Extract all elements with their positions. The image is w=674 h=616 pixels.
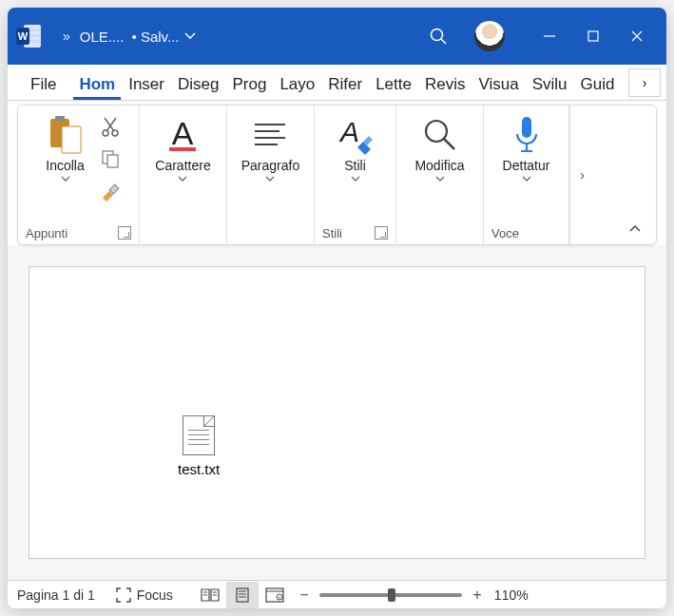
minimize-button[interactable] <box>528 14 571 58</box>
cut-button[interactable] <box>99 115 122 138</box>
embedded-file-name: test.txt <box>178 461 220 477</box>
svg-rect-23 <box>169 147 196 151</box>
titlebar-overflow-icon[interactable]: » <box>63 29 70 44</box>
tab-hom[interactable]: Hom <box>73 69 121 100</box>
titlebar: W » OLE.... • Salv... <box>8 8 666 65</box>
group-stili: A Stili Stili <box>315 106 396 244</box>
tab-layo[interactable]: Layo <box>274 69 320 100</box>
dictate-dropdown-icon <box>522 176 531 182</box>
svg-point-17 <box>103 130 108 136</box>
tab-rifer[interactable]: Rifer <box>322 69 368 100</box>
statusbar: Pagina 1 di 1 Focus + − + 110% <box>8 580 666 608</box>
copy-button[interactable] <box>99 147 122 170</box>
paste-button[interactable]: Incolla <box>34 111 97 183</box>
ribbon-more-button[interactable]: › <box>569 106 594 244</box>
ribbon-area: Incolla <box>8 101 666 245</box>
find-dropdown-icon <box>435 176 445 182</box>
tab-guid[interactable]: Guid <box>575 69 621 100</box>
tab-svilu[interactable]: Svilu <box>527 69 573 100</box>
text-file-icon <box>183 415 215 455</box>
group-appunti-label: Appunti <box>26 226 67 241</box>
document-area: test.txt <box>8 245 666 580</box>
svg-line-15 <box>105 118 114 131</box>
read-mode-button[interactable] <box>194 582 226 608</box>
app-window: W » OLE.... • Salv... File HomInserDiseg… <box>8 8 666 608</box>
document-name[interactable]: OLE.... <box>80 29 125 45</box>
find-icon <box>422 113 458 157</box>
tab-prog[interactable]: Prog <box>226 69 272 100</box>
tab-inser[interactable]: Inser <box>123 69 170 100</box>
focus-icon <box>116 587 131 603</box>
focus-label: Focus <box>137 587 173 603</box>
svg-line-7 <box>441 39 446 44</box>
save-state-dropdown-icon[interactable] <box>184 32 196 40</box>
group-appunti: Incolla <box>18 106 140 244</box>
paragraph-label: Paragrafo <box>241 159 299 173</box>
svg-rect-14 <box>62 126 81 153</box>
svg-rect-13 <box>55 116 65 122</box>
paste-icon <box>47 113 85 157</box>
save-state[interactable]: • Salv... <box>131 29 179 45</box>
find-button[interactable]: Modifica <box>409 111 472 183</box>
search-icon[interactable] <box>429 27 455 46</box>
tab-visua[interactable]: Visua <box>472 69 524 100</box>
font-button[interactable]: A Carattere <box>149 111 216 183</box>
group-voce-label: Voce <box>491 226 519 241</box>
paragraph-icon <box>251 113 289 157</box>
group-modifica: Modifica <box>396 106 484 244</box>
tabs-more-button[interactable]: › <box>628 68 661 97</box>
svg-rect-20 <box>107 155 118 167</box>
ribbon: Incolla <box>17 105 657 245</box>
paste-dropdown-icon <box>61 176 70 182</box>
print-layout-button[interactable] <box>226 582 259 608</box>
page-info[interactable]: Pagina 1 di 1 <box>17 587 95 603</box>
dictate-button[interactable]: Dettatur <box>495 111 558 183</box>
paragraph-dropdown-icon <box>265 176 275 182</box>
embedded-object[interactable]: test.txt <box>178 415 220 477</box>
svg-text:A: A <box>337 116 358 147</box>
group-paragrafo: Paragrafo <box>227 106 315 244</box>
web-layout-button[interactable]: + <box>259 582 291 608</box>
svg-rect-9 <box>588 31 598 41</box>
appunti-launcher-icon[interactable] <box>118 226 131 240</box>
microphone-icon <box>512 113 541 157</box>
svg-point-6 <box>432 29 443 41</box>
zoom-track[interactable] <box>319 593 462 597</box>
tab-diseg[interactable]: Diseg <box>172 69 224 100</box>
zoom-in-button[interactable]: + <box>470 587 485 604</box>
paragraph-button[interactable]: Paragrafo <box>236 111 305 183</box>
close-button[interactable] <box>615 14 659 58</box>
svg-rect-21 <box>109 184 119 194</box>
tab-revis[interactable]: Revis <box>419 69 472 100</box>
styles-icon: A <box>335 113 376 157</box>
word-app-icon: W <box>15 24 44 48</box>
ribbon-collapse-button[interactable] <box>624 220 646 239</box>
svg-point-18 <box>112 130 118 136</box>
find-label: Modifica <box>414 159 464 173</box>
focus-mode-button[interactable]: Focus <box>108 582 181 608</box>
stili-launcher-icon[interactable] <box>375 226 388 240</box>
zoom-thumb[interactable] <box>388 588 395 602</box>
user-avatar[interactable] <box>474 21 505 51</box>
zoom-value[interactable]: 110% <box>494 587 529 603</box>
zoom-out-button[interactable]: − <box>297 587 312 604</box>
tab-lette[interactable]: Lette <box>370 69 417 100</box>
font-icon: A <box>164 113 202 157</box>
dictate-label: Dettatur <box>503 159 550 173</box>
svg-line-16 <box>106 118 116 131</box>
styles-button[interactable]: A Stili <box>324 111 387 183</box>
group-carattere: A Carattere <box>140 106 227 244</box>
zoom-slider[interactable]: − + <box>297 587 485 604</box>
font-label: Carattere <box>155 159 210 173</box>
svg-text:+: + <box>278 594 280 600</box>
ribbon-tabs: File HomInserDisegProgLayoRiferLetteRevi… <box>8 65 666 101</box>
group-voce: Dettatur Voce <box>484 106 569 244</box>
maximize-button[interactable] <box>571 14 615 58</box>
tab-file[interactable]: File <box>25 69 62 100</box>
paste-label: Incolla <box>46 159 84 173</box>
svg-text:W: W <box>18 30 29 42</box>
format-painter-button[interactable] <box>99 180 122 202</box>
document-page[interactable]: test.txt <box>29 266 645 559</box>
svg-text:A: A <box>172 116 194 151</box>
group-stili-label: Stili <box>322 226 342 241</box>
